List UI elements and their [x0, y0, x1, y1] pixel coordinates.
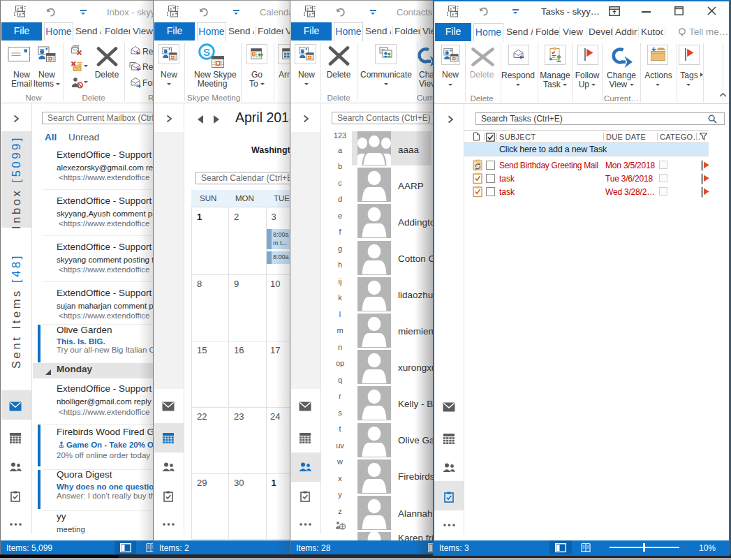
svg-text:S: S: [203, 46, 210, 58]
